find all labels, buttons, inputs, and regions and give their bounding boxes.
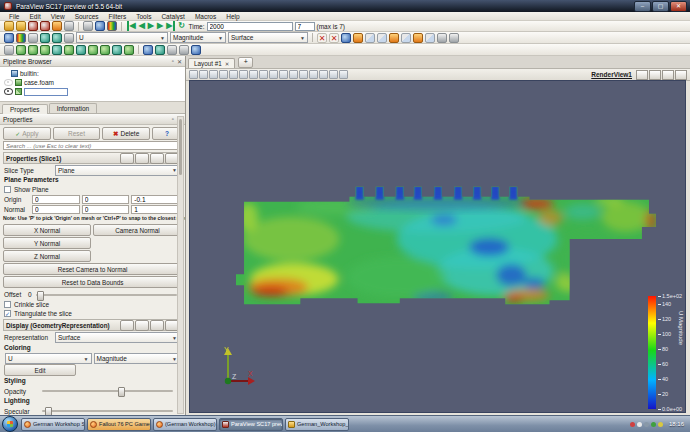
- minimize-button[interactable]: –: [634, 1, 651, 12]
- visibility-eye-icon[interactable]: [4, 79, 13, 86]
- select-polygon-points-icon[interactable]: [299, 70, 308, 79]
- pipeline-item-builtin[interactable]: builtin:: [2, 69, 183, 78]
- view-redo-camera-icon[interactable]: [649, 70, 661, 80]
- link-camera-icon[interactable]: [219, 70, 228, 79]
- view-plus-x-icon[interactable]: [365, 33, 375, 43]
- rescale-temporal-icon[interactable]: [52, 33, 62, 43]
- tray-power-icon[interactable]: [658, 422, 663, 427]
- taskbar-button-folder[interactable]: German_Workshop_...: [285, 418, 349, 431]
- reset-camera-icon[interactable]: ✕: [317, 33, 327, 43]
- new-layout-tab-button[interactable]: +: [238, 57, 253, 68]
- reset-display-icon[interactable]: [150, 320, 164, 331]
- interactive-select-icon[interactable]: [191, 45, 201, 55]
- select-cells-through-icon[interactable]: [167, 45, 177, 55]
- color-palette-icon[interactable]: [107, 21, 117, 31]
- select-frustum-points-icon[interactable]: [279, 70, 288, 79]
- tray-network-icon[interactable]: [644, 422, 649, 427]
- last-frame-icon[interactable]: ▶: [166, 21, 175, 31]
- pipeline-rename-input[interactable]: [24, 88, 68, 96]
- select-surface-cells-icon[interactable]: [249, 70, 258, 79]
- menu-edit[interactable]: Edit: [24, 13, 45, 20]
- select-block-icon[interactable]: [309, 70, 318, 79]
- interactive-select-points-icon[interactable]: [329, 70, 338, 79]
- menu-catalyst[interactable]: Catalyst: [156, 13, 189, 20]
- origin-z-input[interactable]: [131, 195, 179, 204]
- tab-layout1[interactable]: Layout #1 ✕: [188, 58, 235, 68]
- representation-select[interactable]: Surface ▼: [55, 332, 180, 343]
- tab-close-icon[interactable]: ✕: [225, 61, 230, 67]
- float-panel-icon[interactable]: ▫: [172, 116, 174, 122]
- menu-tools[interactable]: Tools: [131, 13, 156, 20]
- menu-macros[interactable]: Macros: [190, 13, 221, 20]
- select-surface-points-icon[interactable]: [259, 70, 268, 79]
- camera-icon[interactable]: [83, 21, 93, 31]
- float-panel-icon[interactable]: ▫: [172, 58, 174, 64]
- taskbar-button-paraview[interactable]: ParaView SC17 previ...: [219, 418, 283, 431]
- start-button[interactable]: [2, 416, 18, 432]
- rescale-to-data-icon[interactable]: [28, 33, 38, 43]
- x-normal-button[interactable]: X Normal: [3, 224, 91, 236]
- menu-filters[interactable]: Filters: [104, 13, 132, 20]
- rotate-90-cw-icon[interactable]: [437, 33, 447, 43]
- menu-help[interactable]: Help: [221, 13, 244, 20]
- zoom-to-data-icon[interactable]: ✕: [329, 33, 339, 43]
- reset-button[interactable]: Reset: [53, 127, 101, 140]
- show-plane-checkbox[interactable]: [4, 186, 11, 193]
- opacity-slider[interactable]: [42, 390, 173, 392]
- render-viewport[interactable]: Y X Z 1.5e+02 140 120 100 80 60 40 20 0.…: [189, 80, 686, 413]
- toggle-axes-icon[interactable]: [229, 70, 238, 79]
- group-datasets-filter-icon[interactable]: [112, 45, 122, 55]
- paste-properties-icon[interactable]: [135, 153, 149, 164]
- search-input[interactable]: [3, 141, 182, 150]
- edit-color-map-icon[interactable]: [16, 33, 26, 43]
- frame-spinner[interactable]: [295, 22, 315, 31]
- select-polygon-cells-icon[interactable]: [289, 70, 298, 79]
- select-points-on-icon[interactable]: [155, 45, 165, 55]
- threshold-filter-icon[interactable]: [52, 45, 62, 55]
- view-minus-x-icon[interactable]: [377, 33, 387, 43]
- toggle-color-legend-icon[interactable]: [4, 33, 14, 43]
- menu-view[interactable]: View: [46, 13, 70, 20]
- taskbar-button-firefox-2[interactable]: Fallout 76 PC Gamep...: [87, 418, 151, 431]
- slice-filter-icon[interactable]: [40, 45, 50, 55]
- set-view-px-icon[interactable]: [353, 33, 363, 43]
- pipeline-item-case-foam[interactable]: case.foam: [2, 78, 183, 87]
- toggle-center-icon[interactable]: [239, 70, 248, 79]
- rescale-custom-icon[interactable]: [40, 33, 50, 43]
- specular-slider[interactable]: [42, 410, 173, 412]
- capture-screenshot-icon[interactable]: [95, 21, 105, 31]
- view-minus-y-icon[interactable]: [401, 33, 411, 43]
- clip-filter-icon[interactable]: [28, 45, 38, 55]
- first-frame-icon[interactable]: ◀: [127, 21, 136, 31]
- lock-view-size-icon[interactable]: [209, 70, 218, 79]
- calculator-filter-icon[interactable]: [4, 45, 14, 55]
- loop-icon[interactable]: ↻: [178, 21, 185, 31]
- glyph-filter-icon[interactable]: [76, 45, 86, 55]
- coloring-array-combo[interactable]: U ▼: [5, 353, 92, 364]
- y-normal-button[interactable]: Y Normal: [3, 237, 91, 249]
- view-close-icon[interactable]: [675, 70, 687, 80]
- hover-points-icon[interactable]: [339, 70, 348, 79]
- normal-x-input[interactable]: [32, 205, 80, 214]
- save-state-icon[interactable]: [28, 21, 38, 31]
- apply-button[interactable]: ✓ Apply: [3, 127, 51, 140]
- close-button[interactable]: ✕: [670, 1, 687, 12]
- stream-tracer-filter-icon[interactable]: [88, 45, 98, 55]
- extract-subset-filter-icon[interactable]: [64, 45, 74, 55]
- crinkle-slice-checkbox[interactable]: [4, 301, 11, 308]
- zoom-to-box-icon[interactable]: [341, 33, 351, 43]
- menu-sources[interactable]: Sources: [70, 13, 104, 20]
- select-cells-on-icon[interactable]: [143, 45, 153, 55]
- select-points-through-icon[interactable]: [179, 45, 189, 55]
- next-frame-icon[interactable]: ▶: [157, 21, 163, 31]
- normal-z-input[interactable]: [131, 205, 179, 214]
- view-maximize-icon[interactable]: [662, 70, 674, 80]
- taskbar-button-firefox-1[interactable]: German Workshop S...: [21, 418, 85, 431]
- visibility-eye-icon[interactable]: [4, 88, 13, 95]
- copy-properties-icon[interactable]: [120, 153, 134, 164]
- offset-slider-knob[interactable]: [37, 291, 44, 301]
- camera-normal-button[interactable]: Camera Normal: [93, 224, 182, 236]
- interactive-select-cells-icon[interactable]: [319, 70, 328, 79]
- load-state-icon[interactable]: [40, 21, 50, 31]
- select-frustum-cells-icon[interactable]: [269, 70, 278, 79]
